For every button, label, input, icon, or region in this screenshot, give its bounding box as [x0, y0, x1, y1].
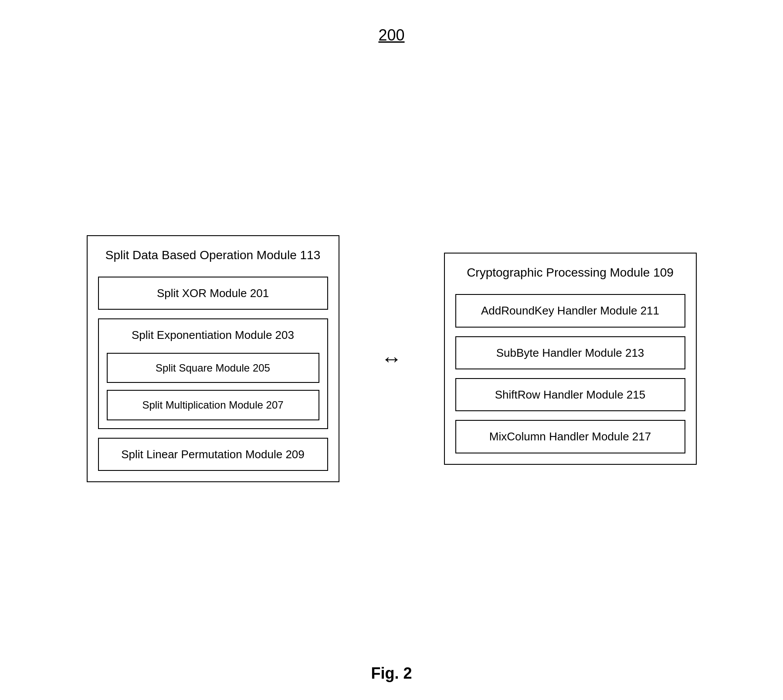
right-outer-box: Cryptographic Processing Module 109 AddR…	[444, 253, 697, 465]
split-linear-permutation-box: Split Linear Permutation Module 209	[98, 438, 328, 471]
add-round-key-box: AddRoundKey Handler Module 211	[455, 294, 685, 327]
split-xor-box: Split XOR Module 201	[98, 277, 328, 310]
mix-column-box: MixColumn Handler Module 217	[455, 420, 685, 453]
split-exponentiation-container: Split Exponentiation Module 203 Split Sq…	[98, 318, 328, 429]
left-outer-box: Split Data Based Operation Module 113 Sp…	[87, 235, 339, 483]
split-square-box: Split Square Module 205	[107, 353, 319, 383]
left-module-title: Split Data Based Operation Module 113	[105, 247, 320, 264]
diagram-container: Split Data Based Operation Module 113 Sp…	[17, 79, 766, 638]
shift-row-box: ShiftRow Handler Module 215	[455, 378, 685, 411]
right-module-title: Cryptographic Processing Module 109	[467, 264, 674, 281]
split-exponentiation-title: Split Exponentiation Module 203	[107, 327, 319, 343]
split-multiplication-box: Split Multiplication Module 207	[107, 390, 319, 420]
diagram-title: 200	[378, 26, 404, 44]
bidirectional-arrow-container: ↔	[366, 347, 418, 371]
figure-label: Fig. 2	[371, 664, 412, 683]
bidirectional-arrow: ↔	[381, 347, 402, 371]
sub-byte-box: SubByte Handler Module 213	[455, 336, 685, 369]
